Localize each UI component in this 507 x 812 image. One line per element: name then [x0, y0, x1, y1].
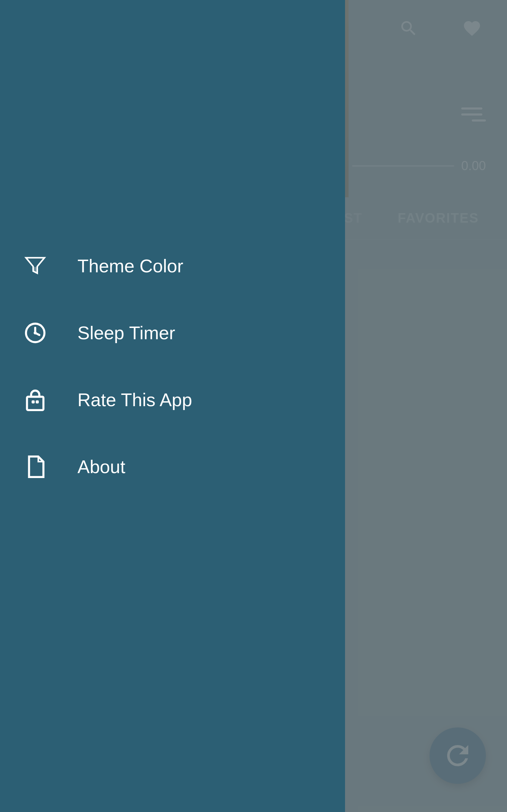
navigation-drawer: Theme Color Sleep Timer — [0, 0, 345, 812]
store-icon — [23, 388, 48, 412]
menu-items-list: Theme Color Sleep Timer — [0, 233, 345, 500]
menu-item-sleep-timer[interactable]: Sleep Timer — [0, 299, 345, 366]
theme-color-label: Theme Color — [77, 255, 183, 277]
drawer-overlay[interactable] — [345, 0, 507, 812]
rate-app-label: Rate This App — [77, 389, 192, 410]
document-icon — [23, 454, 48, 479]
sleep-timer-icon-container — [21, 319, 49, 347]
rate-app-icon-container — [21, 386, 49, 414]
menu-item-about[interactable]: About — [0, 433, 345, 500]
menu-item-theme-color[interactable]: Theme Color — [0, 233, 345, 299]
svg-rect-5 — [32, 401, 34, 403]
svg-point-3 — [34, 332, 36, 334]
menu-item-rate-app[interactable]: Rate This App — [0, 366, 345, 433]
clock-icon — [23, 321, 48, 345]
sleep-timer-label: Sleep Timer — [77, 322, 175, 343]
about-label: About — [77, 456, 125, 477]
paint-filter-icon — [23, 254, 48, 278]
theme-color-icon-container — [21, 252, 49, 280]
svg-rect-4 — [27, 397, 44, 410]
svg-rect-6 — [36, 401, 38, 403]
about-icon-container — [21, 453, 49, 481]
